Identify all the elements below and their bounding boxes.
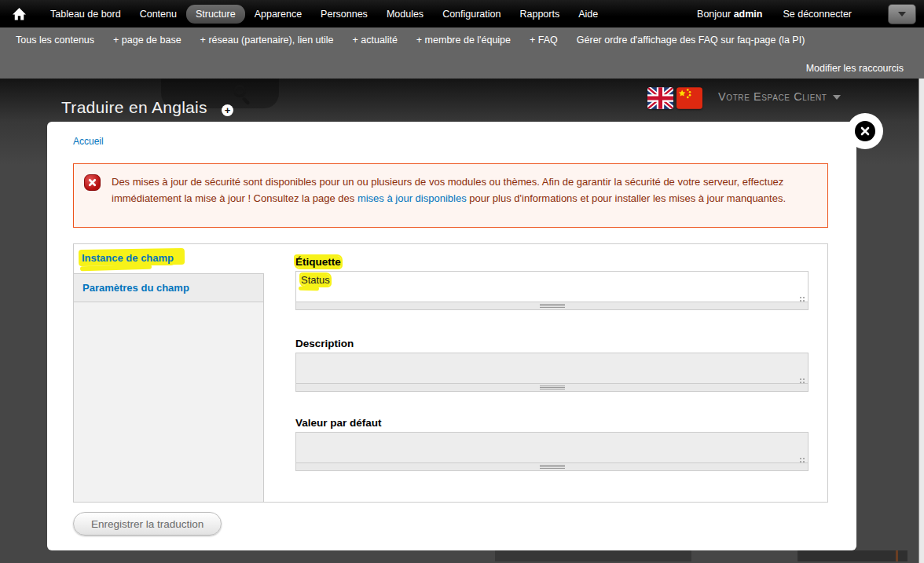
chevron-down-icon [833, 95, 841, 100]
flag-united-kingdom-icon[interactable] [647, 87, 673, 109]
client-space-label: Votre Espace Client [718, 90, 827, 103]
toolbar-item-content[interactable]: Contenu [130, 5, 186, 24]
shortcut-add-team-member[interactable]: + membre de l'équipe [416, 35, 511, 46]
etiquette-value: Status [301, 274, 330, 286]
field-translation-fieldset: Instance de champ Paramètres du champ Ét… [73, 243, 828, 503]
textarea-grippie[interactable] [295, 463, 808, 471]
description-textarea[interactable] [295, 353, 808, 384]
home-icon[interactable] [11, 6, 27, 22]
textarea-resize-handle-icon[interactable] [803, 297, 805, 298]
toolbar-item-help[interactable]: Aide [569, 5, 607, 24]
background-content-fragment [495, 550, 691, 561]
shortcut-manage-faq-order[interactable]: Gérer ordre d'affichage des FAQ sur faq-… [577, 35, 805, 46]
breadcrumb-home-link[interactable]: Accueil [73, 136, 104, 147]
etiquette-textarea[interactable]: Status [295, 271, 808, 302]
toolbar-item-configuration[interactable]: Configuration [433, 5, 510, 24]
greeting-text: Bonjour admin [697, 9, 762, 20]
save-translation-button[interactable]: Enregistrer la traduction [73, 512, 222, 536]
toolbar-item-modules[interactable]: Modules [377, 5, 433, 24]
chevron-down-icon [898, 12, 906, 16]
security-update-error-message: Des mises à jour de sécurité sont dispon… [73, 163, 828, 228]
overlay-close-corner [847, 113, 883, 149]
flag-china-icon[interactable] [676, 87, 702, 109]
description-label: Description [295, 338, 354, 349]
etiquette-label: Étiquette [295, 256, 341, 268]
shortcut-add-faq[interactable]: + FAQ [530, 35, 558, 46]
tab-field-instance-label: Instance de champ [82, 252, 174, 264]
edit-shortcuts: Modifier les raccourcis [806, 60, 904, 75]
default-value-textarea[interactable] [295, 432, 808, 463]
shortcuts-row: Tous les contenus + page de base + résea… [0, 27, 924, 46]
username: admin [734, 9, 763, 20]
error-icon [84, 174, 101, 191]
toolbar-toggle-button[interactable] [888, 4, 916, 24]
shortcut-add-news[interactable]: + actualité [353, 35, 398, 46]
greeting-prefix: Bonjour [697, 9, 731, 20]
shortcut-add-basic-page[interactable]: + page de base [113, 35, 182, 46]
available-updates-link[interactable]: mises à jour disponibles [358, 192, 467, 204]
field-group-default-value: Valeur par défaut [295, 415, 808, 471]
search-icon[interactable] [233, 85, 246, 97]
tab-field-instance[interactable]: Instance de champ [74, 244, 264, 273]
shortcut-all-content[interactable]: Tous les contenus [16, 35, 94, 46]
shortcuts-bar: Tous les contenus + page de base + résea… [0, 27, 924, 79]
textarea-grippie[interactable] [295, 384, 808, 392]
textarea-resize-handle-icon[interactable] [803, 458, 805, 459]
toolbar-item-dashboard[interactable]: Tableau de bord [41, 5, 130, 24]
page-edge-strip [918, 24, 924, 563]
language-flags [647, 87, 702, 109]
field-group-description: Description [295, 336, 808, 392]
shortcut-add-network-link[interactable]: + réseau (partenaire), lien utile [200, 35, 334, 46]
toolbar-item-appearance[interactable]: Apparence [245, 5, 311, 24]
toolbar-item-people[interactable]: Personnes [311, 5, 377, 24]
vertical-tabs: Instance de champ Paramètres du champ [74, 244, 264, 502]
tab-field-settings[interactable]: Paramètres du champ [74, 273, 264, 302]
toolbar-item-reports[interactable]: Rapports [510, 5, 569, 24]
page-title: Traduire en Anglais [61, 98, 207, 117]
textarea-grippie[interactable] [295, 302, 808, 310]
vertical-tabs-filler [74, 302, 264, 502]
translation-form: Étiquette Status Description [295, 244, 808, 502]
textarea-resize-handle-icon[interactable] [803, 378, 805, 380]
screen: Tableau de bord Contenu Structure Appare… [0, 0, 924, 563]
admin-toolbar: Tableau de bord Contenu Structure Appare… [0, 0, 924, 27]
close-icon[interactable] [855, 121, 875, 141]
client-space-menu[interactable]: Votre Espace Client [718, 90, 841, 103]
toolbar-item-structure[interactable]: Structure [186, 5, 245, 24]
toolbar-right: Bonjour admin Se déconnecter [697, 4, 916, 24]
add-translation-icon[interactable]: + [222, 104, 233, 116]
background-content-fragment [798, 550, 908, 561]
field-group-label: Étiquette Status [295, 254, 808, 310]
default-value-label: Valeur par défaut [295, 417, 382, 429]
error-text-after-link: pour plus d'informations et pour install… [467, 192, 786, 204]
tab-field-settings-label: Paramètres du champ [82, 282, 189, 294]
logout-link[interactable]: Se déconnecter [783, 9, 852, 20]
translation-overlay: Accueil Des mises à jour de sécurité son… [47, 122, 856, 550]
edit-shortcuts-link[interactable]: Modifier les raccourcis [806, 63, 904, 74]
